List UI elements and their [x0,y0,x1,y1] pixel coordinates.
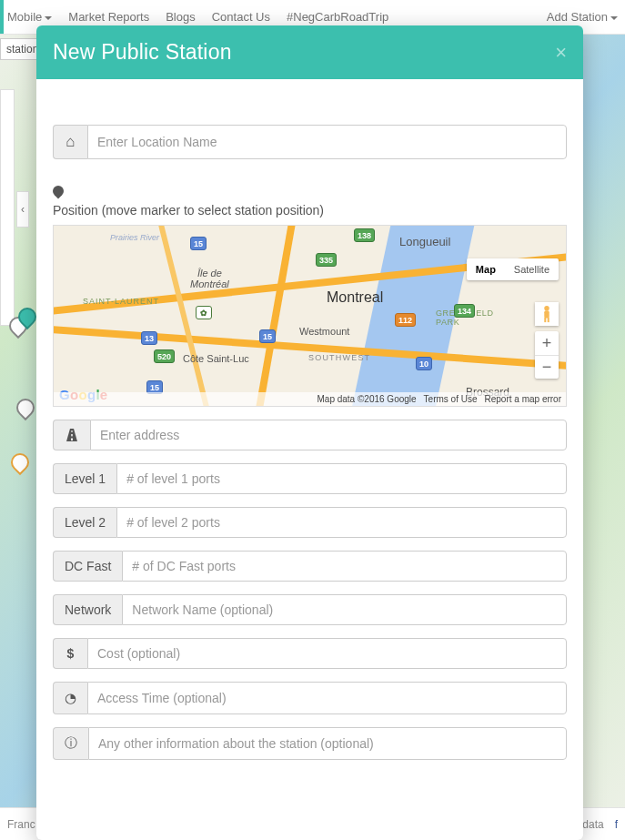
close-icon[interactable]: × [555,43,567,63]
position-label: Position (move marker to select station … [53,203,567,218]
info-group [53,727,567,760]
route-shield: 138 [354,228,375,242]
route-shield: 15 [259,329,276,343]
level2-label: Level 2 [53,507,116,538]
nav-add-station[interactable]: Add Station [547,10,618,24]
svg-rect-1 [544,310,549,318]
map-type-satellite[interactable]: Satellite [505,258,559,280]
network-group: Network [53,594,567,625]
chevron-down-icon [610,16,618,20]
modal-title: New Public Station [53,40,232,65]
svg-point-0 [544,306,549,310]
map-type-map[interactable]: Map [467,258,505,280]
terms-link[interactable]: Terms of Use [424,394,478,404]
svg-rect-5 [71,434,73,436]
modal-body: Position (move marker to select station … [36,79,583,840]
report-error-link[interactable]: Report a map error [485,394,561,404]
leaf-icon: ✿ [196,306,212,319]
dcfast-label: DC Fast [53,551,122,582]
pin-icon [53,185,64,199]
map-label: SAINT-LAURENT [83,297,159,306]
access-input[interactable] [87,682,567,714]
legend-panel [0,89,15,326]
collapse-toggle[interactable]: ‹ [16,191,29,228]
svg-rect-6 [71,439,73,441]
svg-rect-2 [544,318,546,322]
brand-strip [0,0,4,34]
access-group [53,682,567,714]
level1-input[interactable] [116,463,567,494]
location-group [53,125,567,159]
new-station-modal: New Public Station × Position (move mark… [36,25,583,840]
nav-item-blogs[interactable]: Blogs [166,10,196,24]
road-icon [53,420,90,450]
map-label: Longueuil [399,235,450,248]
modal-header: New Public Station × [36,25,583,79]
network-input[interactable] [122,594,567,625]
map-label-montreal: Montreal [327,289,383,306]
address-group [53,420,567,450]
dollar-icon [53,638,87,669]
chevron-down-icon [45,16,52,20]
map-type-toggle: Map Satellite [467,258,559,280]
footer-lang[interactable]: Franc [7,818,35,831]
route-shield: 112 [395,313,416,327]
dcfast-group: DC Fast [53,551,567,582]
level2-group: Level 2 [53,507,567,538]
cost-input[interactable] [87,638,567,669]
route-shield: 15 [190,237,207,250]
route-shield: 13 [141,331,157,345]
nav-item-reports[interactable]: Market Reports [68,10,149,24]
svg-rect-3 [548,318,549,322]
zoom-out-button[interactable]: − [535,355,559,379]
map-pin[interactable] [7,450,33,475]
map-label: Prairies River [110,233,159,242]
facebook-icon[interactable]: f [615,818,618,831]
level2-input[interactable] [116,507,567,538]
map-attribution: Map data ©2016 Google Terms of Use Repor… [54,392,566,406]
route-shield: 335 [316,253,337,267]
route-shield: 520 [154,349,175,363]
network-label: Network [53,594,122,625]
map-label: Île de Montréal [190,268,229,289]
clock-icon [53,682,87,714]
map-label: Côte Saint-Luc [183,353,249,364]
route-shield: 10 [416,357,432,370]
map-label: SOUTHWEST [308,353,370,362]
map-data-label: Map data ©2016 Google [317,394,416,404]
nav-item-contact[interactable]: Contact Us [212,10,270,24]
nav-item-roadtrip[interactable]: #NegCarbRoadTrip [287,10,388,24]
pegman-icon[interactable] [535,302,559,326]
address-input[interactable] [90,420,567,450]
svg-rect-4 [71,430,72,432]
info-input[interactable] [88,727,567,760]
zoom-control: + − [535,331,559,379]
route-shield: 134 [454,304,475,318]
map-label: Westmount [299,326,349,337]
position-map[interactable]: Prairies River Montreal Île de Montréal … [53,225,567,407]
dcfast-input[interactable] [122,551,567,582]
zoom-in-button[interactable]: + [535,331,559,355]
level1-group: Level 1 [53,463,567,494]
info-icon [53,727,88,760]
nav-item-mobile[interactable]: Mobile [7,10,52,24]
cost-group [53,638,567,669]
location-input[interactable] [87,125,567,159]
level1-label: Level 1 [53,463,116,494]
map-pin[interactable] [13,395,38,420]
home-icon [53,125,87,159]
